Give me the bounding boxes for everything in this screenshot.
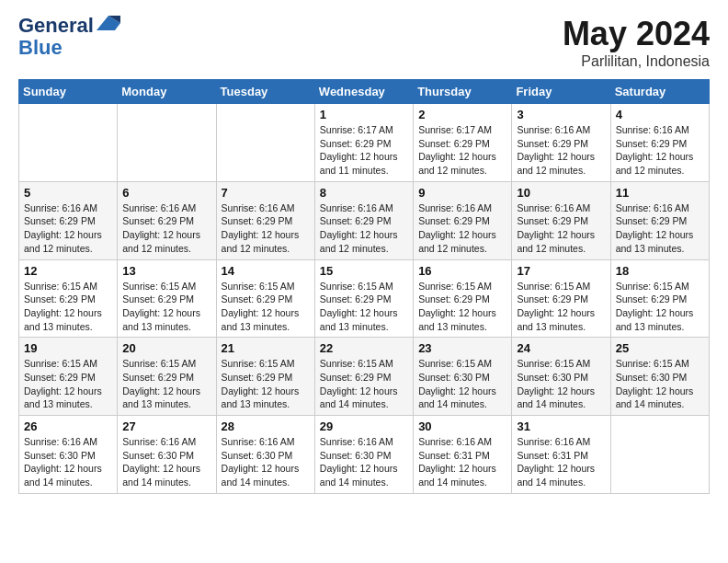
day-info: Sunrise: 6:15 AM Sunset: 6:29 PM Dayligh… bbox=[24, 280, 112, 334]
logo-blue: Blue bbox=[18, 37, 63, 59]
calendar-cell: 16Sunrise: 6:15 AM Sunset: 6:29 PM Dayli… bbox=[414, 259, 512, 338]
day-number: 14 bbox=[222, 264, 310, 278]
logo: General Blue bbox=[18, 15, 120, 59]
calendar-cell: 2Sunrise: 6:17 AM Sunset: 6:29 PM Daylig… bbox=[414, 104, 512, 182]
calendar-cell: 19Sunrise: 6:15 AM Sunset: 6:29 PM Dayli… bbox=[19, 338, 118, 416]
day-number: 16 bbox=[418, 264, 506, 278]
day-info: Sunrise: 6:15 AM Sunset: 6:29 PM Dayligh… bbox=[222, 280, 310, 334]
col-sunday: Sunday bbox=[19, 80, 118, 104]
calendar-week-4: 19Sunrise: 6:15 AM Sunset: 6:29 PM Dayli… bbox=[19, 338, 710, 416]
day-info: Sunrise: 6:16 AM Sunset: 6:29 PM Dayligh… bbox=[122, 201, 210, 256]
calendar-cell: 9Sunrise: 6:16 AM Sunset: 6:29 PM Daylig… bbox=[414, 181, 512, 259]
calendar-cell: 23Sunrise: 6:15 AM Sunset: 6:30 PM Dayli… bbox=[414, 338, 512, 416]
calendar-cell bbox=[610, 416, 709, 494]
day-info: Sunrise: 6:15 AM Sunset: 6:29 PM Dayligh… bbox=[24, 357, 112, 411]
day-info: Sunrise: 6:15 AM Sunset: 6:30 PM Dayligh… bbox=[418, 357, 506, 411]
subtitle: Parlilitan, Indonesia bbox=[563, 53, 710, 70]
day-number: 3 bbox=[517, 108, 605, 121]
calendar-cell: 25Sunrise: 6:15 AM Sunset: 6:30 PM Dayli… bbox=[610, 338, 709, 416]
day-info: Sunrise: 6:16 AM Sunset: 6:31 PM Dayligh… bbox=[418, 435, 506, 489]
day-number: 11 bbox=[616, 186, 704, 200]
calendar-cell: 31Sunrise: 6:16 AM Sunset: 6:31 PM Dayli… bbox=[512, 416, 610, 494]
day-info: Sunrise: 6:16 AM Sunset: 6:29 PM Dayligh… bbox=[24, 201, 112, 256]
day-number: 12 bbox=[24, 264, 112, 278]
calendar-cell: 13Sunrise: 6:15 AM Sunset: 6:29 PM Dayli… bbox=[118, 259, 216, 338]
day-number: 1 bbox=[320, 108, 408, 121]
page: General Blue May 2024 Parlilitan, Indone… bbox=[0, 0, 728, 563]
day-info: Sunrise: 6:16 AM Sunset: 6:29 PM Dayligh… bbox=[517, 123, 605, 178]
day-info: Sunrise: 6:15 AM Sunset: 6:29 PM Dayligh… bbox=[320, 280, 408, 334]
day-number: 6 bbox=[122, 186, 210, 200]
day-number: 26 bbox=[24, 419, 112, 433]
day-number: 30 bbox=[418, 419, 506, 433]
title-area: May 2024 Parlilitan, Indonesia bbox=[563, 15, 710, 70]
day-number: 4 bbox=[616, 108, 704, 121]
day-info: Sunrise: 6:16 AM Sunset: 6:30 PM Dayligh… bbox=[320, 435, 408, 489]
day-info: Sunrise: 6:15 AM Sunset: 6:29 PM Dayligh… bbox=[122, 357, 210, 411]
col-tuesday: Tuesday bbox=[216, 80, 314, 104]
calendar-cell: 28Sunrise: 6:16 AM Sunset: 6:30 PM Dayli… bbox=[216, 416, 314, 494]
calendar-cell: 6Sunrise: 6:16 AM Sunset: 6:29 PM Daylig… bbox=[118, 181, 216, 259]
calendar-cell: 26Sunrise: 6:16 AM Sunset: 6:30 PM Dayli… bbox=[19, 416, 118, 494]
calendar-cell: 17Sunrise: 6:15 AM Sunset: 6:29 PM Dayli… bbox=[512, 259, 610, 338]
calendar-cell: 3Sunrise: 6:16 AM Sunset: 6:29 PM Daylig… bbox=[512, 104, 610, 182]
calendar-cell bbox=[216, 104, 314, 182]
calendar-week-2: 5Sunrise: 6:16 AM Sunset: 6:29 PM Daylig… bbox=[19, 181, 710, 259]
col-wednesday: Wednesday bbox=[314, 80, 413, 104]
day-info: Sunrise: 6:15 AM Sunset: 6:29 PM Dayligh… bbox=[222, 357, 310, 411]
header-row: Sunday Monday Tuesday Wednesday Thursday… bbox=[19, 80, 710, 104]
calendar-cell: 18Sunrise: 6:15 AM Sunset: 6:29 PM Dayli… bbox=[610, 259, 709, 338]
calendar-cell: 24Sunrise: 6:15 AM Sunset: 6:30 PM Dayli… bbox=[512, 338, 610, 416]
day-info: Sunrise: 6:15 AM Sunset: 6:30 PM Dayligh… bbox=[517, 357, 605, 411]
col-thursday: Thursday bbox=[414, 80, 512, 104]
day-info: Sunrise: 6:16 AM Sunset: 6:29 PM Dayligh… bbox=[517, 201, 605, 256]
calendar-week-5: 26Sunrise: 6:16 AM Sunset: 6:30 PM Dayli… bbox=[19, 416, 710, 494]
day-info: Sunrise: 6:16 AM Sunset: 6:29 PM Dayligh… bbox=[616, 123, 704, 178]
day-number: 5 bbox=[24, 186, 112, 200]
calendar-body: 1Sunrise: 6:17 AM Sunset: 6:29 PM Daylig… bbox=[19, 104, 710, 494]
day-number: 20 bbox=[122, 341, 210, 355]
day-number: 8 bbox=[320, 186, 408, 200]
day-number: 2 bbox=[418, 108, 506, 121]
main-title: May 2024 bbox=[563, 15, 710, 53]
header: General Blue May 2024 Parlilitan, Indone… bbox=[18, 15, 710, 70]
calendar-cell bbox=[19, 104, 118, 182]
day-info: Sunrise: 6:16 AM Sunset: 6:30 PM Dayligh… bbox=[24, 435, 112, 489]
col-friday: Friday bbox=[512, 80, 610, 104]
calendar-cell: 4Sunrise: 6:16 AM Sunset: 6:29 PM Daylig… bbox=[610, 104, 709, 182]
day-info: Sunrise: 6:17 AM Sunset: 6:29 PM Dayligh… bbox=[320, 123, 408, 178]
day-number: 18 bbox=[616, 264, 704, 278]
day-info: Sunrise: 6:16 AM Sunset: 6:29 PM Dayligh… bbox=[616, 201, 704, 256]
day-number: 31 bbox=[517, 419, 605, 433]
calendar-cell: 29Sunrise: 6:16 AM Sunset: 6:30 PM Dayli… bbox=[314, 416, 413, 494]
day-info: Sunrise: 6:16 AM Sunset: 6:31 PM Dayligh… bbox=[517, 435, 605, 489]
day-number: 29 bbox=[320, 419, 408, 433]
calendar-cell: 12Sunrise: 6:15 AM Sunset: 6:29 PM Dayli… bbox=[19, 259, 118, 338]
day-number: 28 bbox=[222, 419, 310, 433]
day-number: 27 bbox=[122, 419, 210, 433]
logo-general: General bbox=[18, 15, 94, 37]
day-number: 9 bbox=[418, 186, 506, 200]
day-info: Sunrise: 6:16 AM Sunset: 6:29 PM Dayligh… bbox=[320, 201, 408, 256]
day-info: Sunrise: 6:17 AM Sunset: 6:29 PM Dayligh… bbox=[418, 123, 506, 178]
calendar-cell: 5Sunrise: 6:16 AM Sunset: 6:29 PM Daylig… bbox=[19, 181, 118, 259]
calendar-cell bbox=[118, 104, 216, 182]
day-number: 25 bbox=[616, 341, 704, 355]
logo-icon bbox=[97, 12, 120, 36]
day-info: Sunrise: 6:16 AM Sunset: 6:30 PM Dayligh… bbox=[222, 435, 310, 489]
calendar-cell: 30Sunrise: 6:16 AM Sunset: 6:31 PM Dayli… bbox=[414, 416, 512, 494]
calendar-cell: 11Sunrise: 6:16 AM Sunset: 6:29 PM Dayli… bbox=[610, 181, 709, 259]
day-info: Sunrise: 6:15 AM Sunset: 6:29 PM Dayligh… bbox=[616, 280, 704, 334]
calendar-cell: 20Sunrise: 6:15 AM Sunset: 6:29 PM Dayli… bbox=[118, 338, 216, 416]
day-info: Sunrise: 6:15 AM Sunset: 6:30 PM Dayligh… bbox=[616, 357, 704, 411]
day-number: 24 bbox=[517, 341, 605, 355]
calendar-cell: 14Sunrise: 6:15 AM Sunset: 6:29 PM Dayli… bbox=[216, 259, 314, 338]
day-number: 22 bbox=[320, 341, 408, 355]
calendar-header: Sunday Monday Tuesday Wednesday Thursday… bbox=[19, 80, 710, 104]
day-number: 10 bbox=[517, 186, 605, 200]
calendar-cell: 7Sunrise: 6:16 AM Sunset: 6:29 PM Daylig… bbox=[216, 181, 314, 259]
calendar-cell: 10Sunrise: 6:16 AM Sunset: 6:29 PM Dayli… bbox=[512, 181, 610, 259]
day-info: Sunrise: 6:15 AM Sunset: 6:29 PM Dayligh… bbox=[517, 280, 605, 334]
calendar-week-3: 12Sunrise: 6:15 AM Sunset: 6:29 PM Dayli… bbox=[19, 259, 710, 338]
day-info: Sunrise: 6:15 AM Sunset: 6:29 PM Dayligh… bbox=[122, 280, 210, 334]
